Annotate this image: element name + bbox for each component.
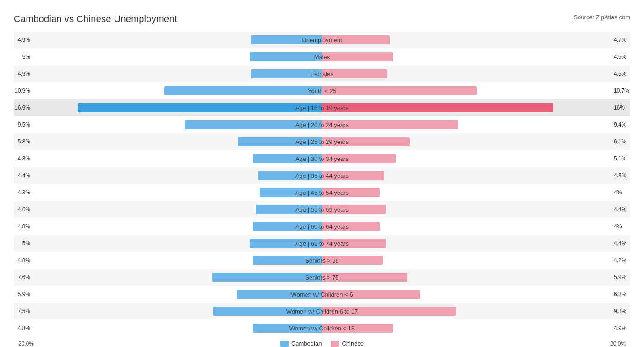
legend-box-blue xyxy=(280,341,289,347)
chart-row: 4.9% Unemployment 4.7% xyxy=(14,32,630,48)
chart-footer: 20.0% Cambodian Chinese 20.0% xyxy=(14,340,630,347)
left-section: 10.9% xyxy=(14,83,322,99)
left-section: 4.4% xyxy=(14,167,322,184)
right-value: 4.5% xyxy=(614,71,630,77)
left-section: 5.9% xyxy=(14,286,322,303)
right-section: 9.4% xyxy=(322,116,630,133)
right-bar-wrap xyxy=(322,188,611,197)
legend-box-pink xyxy=(331,341,339,347)
row-inner: 4.6% Age | 55 to 59 years 4.4% xyxy=(14,201,630,218)
center-label: Females xyxy=(311,71,333,77)
left-bar-wrap xyxy=(33,256,322,265)
center-label: Women w/ Children 6 to 17 xyxy=(286,308,358,315)
center-label: Women w/ Children < 18 xyxy=(289,325,355,332)
row-inner: 4.3% Age | 45 to 54 years 4% xyxy=(14,184,630,201)
chart-body: 4.9% Unemployment 4.7% 5% Males xyxy=(14,32,630,336)
right-bar-wrap xyxy=(322,205,611,214)
left-bar-wrap xyxy=(33,103,322,112)
left-section: 9.5% xyxy=(14,116,322,133)
left-section: 4.8% xyxy=(14,252,322,269)
chart-title: Cambodian vs Chinese Unemployment xyxy=(14,14,177,24)
right-bar-wrap xyxy=(322,137,611,146)
center-label: Unemployment xyxy=(302,37,342,44)
chart-row: 7.6% Seniors > 75 5.9% xyxy=(14,269,630,286)
chart-row: 4.6% Age | 55 to 59 years 4.4% xyxy=(14,201,630,218)
left-section: 5% xyxy=(14,49,322,65)
left-value: 4.8% xyxy=(14,155,30,162)
left-section: 7.5% xyxy=(14,303,322,319)
center-label: Age | 65 to 74 years xyxy=(295,240,349,247)
chart-row: 16.9% Age | 16 to 19 years 16% xyxy=(14,99,630,116)
left-value: 4.4% xyxy=(14,172,30,179)
right-value: 4% xyxy=(614,189,630,196)
left-bar-wrap xyxy=(33,239,322,248)
left-value: 4.6% xyxy=(14,206,30,213)
left-section: 4.8% xyxy=(14,150,322,167)
right-value: 4.3% xyxy=(614,172,630,179)
left-bar-wrap xyxy=(33,307,322,316)
right-value: 10.7% xyxy=(614,88,630,94)
chart-row: 4.8% Age | 30 to 34 years 5.1% xyxy=(14,150,630,167)
right-value: 6.1% xyxy=(614,138,630,145)
chart-row: 9.5% Age | 20 to 24 years 9.4% xyxy=(14,116,630,133)
scale-right: 20.0% xyxy=(610,341,626,347)
center-label: Males xyxy=(314,54,330,61)
right-value: 4.9% xyxy=(614,325,630,331)
right-section: 6.1% xyxy=(322,133,630,150)
left-bar-wrap xyxy=(33,222,322,231)
left-value: 5.9% xyxy=(14,291,30,297)
right-bar-wrap xyxy=(322,52,611,61)
left-value: 4.8% xyxy=(14,257,30,264)
left-bar-wrap xyxy=(33,154,322,163)
row-inner: 4.4% Age | 35 to 44 years 4.3% xyxy=(14,167,630,184)
row-inner: 7.6% Seniors > 75 5.9% xyxy=(14,269,630,286)
legend-cambodian: Cambodian xyxy=(280,340,322,347)
right-bar-wrap xyxy=(322,324,611,333)
right-section: 4.4% xyxy=(322,201,630,218)
left-section: 4.9% xyxy=(14,66,322,82)
left-bar-wrap xyxy=(33,205,322,214)
center-label: Women w/ Children < 6 xyxy=(291,291,353,298)
right-value: 4.7% xyxy=(614,37,630,43)
right-value: 4.9% xyxy=(614,54,630,60)
right-value: 5.9% xyxy=(614,274,630,281)
right-bar-wrap xyxy=(322,35,611,44)
right-section: 5.1% xyxy=(322,150,630,167)
center-label: Age | 16 to 19 years xyxy=(295,105,349,111)
chart-row: 5.8% Age | 25 to 29 years 6.1% xyxy=(14,133,630,150)
left-bar-wrap xyxy=(33,120,322,129)
left-value: 10.9% xyxy=(14,88,30,94)
right-bar-wrap xyxy=(322,154,611,163)
left-section: 4.6% xyxy=(14,201,322,218)
right-section: 6.8% xyxy=(322,286,630,303)
chart-row: 4.8% Age | 60 to 64 years 4% xyxy=(14,218,630,235)
center-label: Age | 60 to 64 years xyxy=(295,223,349,230)
right-section: 4.9% xyxy=(322,49,630,65)
left-value: 7.6% xyxy=(14,274,30,281)
right-section: 16% xyxy=(322,99,630,116)
right-value: 4.4% xyxy=(614,206,630,213)
row-inner: 9.5% Age | 20 to 24 years 9.4% xyxy=(14,116,630,133)
right-section: 4.9% xyxy=(322,320,630,336)
left-section: 4.8% xyxy=(14,218,322,235)
right-section: 5.9% xyxy=(322,269,630,286)
left-value: 4.8% xyxy=(14,223,30,230)
bar-blue xyxy=(78,103,322,112)
left-section: 4.3% xyxy=(14,184,322,201)
chart-row: 4.8% Women w/ Children < 18 4.9% xyxy=(14,320,630,336)
center-label: Seniors > 65 xyxy=(305,257,338,264)
left-bar-wrap xyxy=(33,324,322,333)
left-value: 4.9% xyxy=(14,37,30,43)
chart-row: 4.9% Females 4.5% xyxy=(14,66,630,82)
legend-chinese: Chinese xyxy=(331,340,364,347)
right-bar-wrap xyxy=(322,86,611,95)
chart-row: 5.9% Women w/ Children < 6 6.8% xyxy=(14,286,630,303)
left-bar-wrap xyxy=(33,137,322,146)
right-bar-wrap xyxy=(322,120,611,129)
right-bar-wrap xyxy=(322,222,611,231)
chart-container: Cambodian vs Chinese Unemployment Source… xyxy=(14,9,630,347)
left-bar-wrap xyxy=(33,69,322,78)
left-value: 4.8% xyxy=(14,325,30,331)
left-section: 4.9% xyxy=(14,32,322,48)
center-label: Age | 45 to 54 years xyxy=(295,189,349,196)
